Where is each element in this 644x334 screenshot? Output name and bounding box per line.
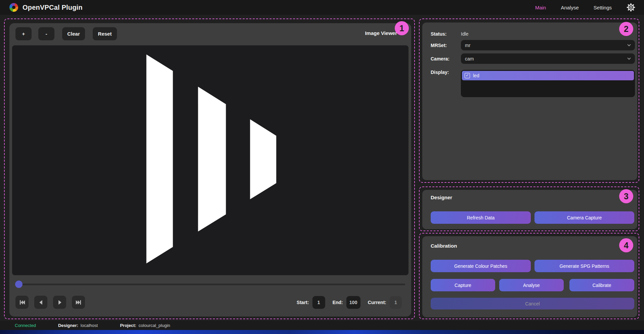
calibration-pattern-image <box>12 45 409 275</box>
end-label: End: <box>333 300 343 305</box>
designer-card: Designer Refresh Data Camera Capture <box>422 190 637 229</box>
app-title: OpenVPCal Plugin <box>23 4 83 11</box>
zoom-out-button[interactable]: - <box>38 27 54 40</box>
mrset-label: MRSet: <box>431 43 447 48</box>
reset-button[interactable]: Reset <box>93 27 117 40</box>
capture-button[interactable]: Capture <box>431 279 495 291</box>
skip-to-start-icon[interactable] <box>15 296 29 309</box>
display-label: Display: <box>431 70 449 75</box>
connection-status: Connected <box>15 323 36 328</box>
control-card: Status: Idle MRSet: mr Camera: cam Displ… <box>422 23 637 180</box>
generate-colour-patches-button[interactable]: Generate Colour Patches <box>431 260 531 272</box>
analyse-button[interactable]: Analyse <box>499 279 564 291</box>
mrset-dropdown[interactable]: mr <box>461 40 635 50</box>
skip-to-end-icon[interactable] <box>72 296 85 309</box>
settings-gear-icon[interactable] <box>627 3 635 12</box>
control-panel: 2 Status: Idle MRSet: mr Camera: cam Dis… <box>419 18 639 183</box>
app-window: OpenVPCal Plugin Main Analyse Settings <box>0 0 644 334</box>
frame-slider-track[interactable] <box>15 284 405 285</box>
designer-section-title: Designer <box>431 195 452 200</box>
camera-label: Camera: <box>431 56 449 61</box>
calibrate-button[interactable]: Calibrate <box>569 279 634 291</box>
nav-tab-settings[interactable]: Settings <box>594 5 612 10</box>
status-value: Idle <box>461 31 469 37</box>
start-input[interactable]: 1 <box>312 296 325 309</box>
designer-host-label: Designer: <box>58 323 78 328</box>
display-item-label: led <box>473 73 479 78</box>
panel-badge-4: 4 <box>619 238 633 252</box>
calibration-section-title: Calibration <box>431 243 457 249</box>
generate-spg-patterns-button[interactable]: Generate SPG Patterns <box>534 260 634 272</box>
nav-tab-analyse[interactable]: Analyse <box>561 5 578 10</box>
app-logo-aperture-icon <box>9 3 18 12</box>
chevron-down-icon <box>627 57 631 60</box>
main-nav: Main Analyse Settings <box>535 3 635 12</box>
calibration-panel: 4 Calibration Generate Colour Patches Ge… <box>419 233 639 319</box>
camera-capture-button[interactable]: Camera Capture <box>534 211 634 224</box>
viewer-title: Image Viewer <box>365 30 397 36</box>
title-bar: OpenVPCal Plugin Main Analyse Settings <box>0 0 644 15</box>
status-bar: Connected Designer: localhost Project: c… <box>0 321 644 330</box>
cancel-button: Cancel <box>431 298 634 309</box>
panel-badge-3: 3 <box>619 189 633 203</box>
refresh-data-button[interactable]: Refresh Data <box>431 211 531 224</box>
transport-controls <box>15 296 85 309</box>
zoom-in-button[interactable]: + <box>15 27 32 40</box>
designer-panel: 3 Designer Refresh Data Camera Capture <box>419 186 639 231</box>
desktop-wallpaper-strip <box>0 330 644 334</box>
step-back-icon[interactable] <box>34 296 47 309</box>
calibration-card: Calibration Generate Colour Patches Gene… <box>422 236 637 317</box>
nav-tab-main[interactable]: Main <box>535 5 546 10</box>
play-icon[interactable] <box>53 296 66 309</box>
camera-selected-value: cam <box>465 56 474 61</box>
project-value: colourcal_plugin <box>139 323 170 328</box>
mrset-selected-value: mr <box>465 43 470 48</box>
chevron-down-icon <box>627 44 631 46</box>
panel-badge-2: 2 <box>619 22 633 36</box>
frame-range-row: Start: 1 End: 100 Current: 1 <box>297 296 402 309</box>
panel-badge-1: 1 <box>395 21 409 35</box>
checkbox-checked-icon[interactable]: ✓ <box>465 73 470 78</box>
project-label: Project: <box>120 323 136 328</box>
start-label: Start: <box>297 300 309 305</box>
viewer-canvas[interactable] <box>12 45 409 275</box>
frame-slider-thumb[interactable] <box>15 281 23 288</box>
image-viewer-panel: 1 + - Clear Reset Image Viewer <box>4 18 415 319</box>
end-input[interactable]: 100 <box>346 296 360 309</box>
designer-host-value: localhost <box>81 323 98 328</box>
camera-dropdown[interactable]: cam <box>461 53 635 64</box>
display-list-item-led[interactable]: ✓ led <box>462 71 634 80</box>
clear-button[interactable]: Clear <box>62 27 85 40</box>
display-listbox: ✓ led <box>461 70 635 97</box>
image-viewer-card: + - Clear Reset Image Viewer <box>9 23 411 317</box>
status-label: Status: <box>431 31 446 37</box>
current-frame-field: 1 <box>390 296 402 309</box>
current-label: Current: <box>368 300 386 305</box>
